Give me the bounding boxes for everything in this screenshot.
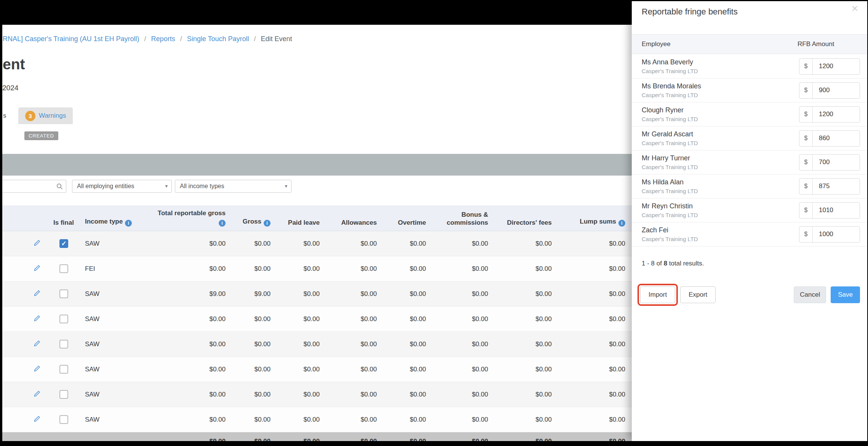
cancel-button[interactable]: Cancel [794, 286, 826, 303]
save-button[interactable]: Save [831, 286, 860, 303]
rfb-amount-group: $ [799, 58, 860, 75]
amount-cell: $0.00 [558, 407, 632, 432]
is-final-checkbox[interactable] [59, 340, 68, 348]
search-icon [56, 183, 63, 190]
edit-icon[interactable] [34, 239, 41, 248]
amount-cell: $0.00 [326, 407, 383, 432]
amount-cell: $0.00 [277, 307, 326, 332]
tab-warnings[interactable]: 3 Warnings [18, 107, 73, 124]
is-final-checkbox[interactable] [59, 365, 68, 374]
column-label: Income type [85, 218, 123, 225]
employee-company: Casper's Training LTD [642, 116, 799, 122]
rfb-amount-input[interactable] [813, 131, 860, 146]
edit-icon[interactable] [34, 264, 41, 273]
edit-icon[interactable] [34, 390, 41, 399]
import-button[interactable]: Import [640, 286, 675, 303]
employee-row: Mr Reyn ChristinCasper's Training LTD$ [632, 198, 867, 222]
export-button[interactable]: Export [680, 286, 716, 303]
info-icon[interactable]: i [264, 220, 271, 227]
column-header: Lump sumsi [558, 205, 632, 231]
employee-name: Ms Anna Beverly [642, 58, 799, 66]
employee-company: Casper's Training LTD [642, 68, 799, 74]
rfb-amount-input[interactable] [813, 83, 860, 98]
total-cell: $0.00 [558, 432, 632, 441]
info-icon[interactable]: i [618, 220, 625, 227]
employee-name: Ms Brenda Morales [642, 82, 799, 90]
edit-icon[interactable] [34, 289, 41, 299]
info-icon[interactable]: i [219, 220, 226, 227]
employee-company: Casper's Training LTD [642, 140, 799, 146]
results-suffix: total results. [667, 260, 704, 267]
employing-entities-dropdown[interactable]: All employing entities ▾ [72, 180, 172, 193]
amount-cell: $0.00 [432, 281, 495, 307]
page-subtitle-partial: 2024 [2, 84, 18, 92]
employee-name: Ms Hilda Alan [642, 178, 799, 186]
rfb-amount-input[interactable] [813, 59, 860, 74]
amount-cell: $0.00 [383, 281, 432, 307]
column-header: Overtime [383, 205, 432, 231]
is-final-checkbox[interactable] [59, 239, 68, 248]
amount-cell: $0.00 [558, 281, 632, 307]
breadcrumb-link-reports[interactable]: Reports [151, 35, 175, 43]
is-final-checkbox[interactable] [59, 264, 68, 273]
rfb-amount-input[interactable] [813, 203, 860, 218]
amount-cell: $0.00 [232, 382, 277, 407]
reportable-fringe-benefits-panel: Reportable fringe benefits × Employee RF… [632, 1, 867, 441]
edit-icon[interactable] [34, 340, 41, 349]
amount-cell: $0.00 [383, 357, 432, 382]
income-type-cell: SAW [77, 281, 154, 307]
amount-cell: $0.00 [495, 307, 558, 332]
rfb-amount-group: $ [799, 106, 860, 123]
column-header: Bonus & commissions [432, 205, 495, 231]
results-prefix: 1 - 8 of [642, 260, 664, 267]
rfb-amount-input[interactable] [813, 155, 860, 170]
breadcrumb-separator: / [254, 35, 256, 43]
rfb-amount-group: $ [799, 130, 860, 147]
total-cell: $0.00 [277, 432, 326, 441]
is-final-checkbox[interactable] [59, 390, 68, 399]
breadcrumb-link-business[interactable]: RNAL] Casper's Training (AU 1st EH Payro… [3, 35, 139, 43]
amount-cell: $0.00 [495, 231, 558, 256]
page-title-partial: ent [3, 56, 25, 73]
rfb-amount-group: $ [799, 82, 860, 99]
employee-row: Ms Anna BeverlyCasper's Training LTD$ [632, 54, 867, 78]
rfb-amount-input[interactable] [813, 107, 860, 122]
total-cell: $9.00 [232, 432, 277, 441]
edit-icon[interactable] [34, 415, 41, 424]
total-cell: $9.00 [154, 432, 232, 441]
employee-company: Casper's Training LTD [642, 164, 799, 170]
edit-icon[interactable] [34, 365, 41, 374]
info-icon[interactable]: i [125, 220, 132, 227]
currency-prefix: $ [799, 203, 813, 218]
import-highlight-ring: Import [637, 284, 678, 306]
tab-partial[interactable]: s [3, 107, 6, 124]
status-badge: CREATED [24, 131, 58, 140]
income-types-dropdown[interactable]: All income types ▾ [175, 180, 291, 193]
rfb-amount-input[interactable] [813, 227, 860, 242]
amount-cell: $0.00 [232, 256, 277, 281]
amount-cell: $0.00 [277, 382, 326, 407]
rfb-rows: Ms Anna BeverlyCasper's Training LTD$Ms … [632, 54, 867, 246]
search-input[interactable] [2, 180, 66, 193]
income-type-cell: SAW [77, 332, 154, 357]
breadcrumb-link-stp[interactable]: Single Touch Payroll [187, 35, 249, 43]
is-final-checkbox[interactable] [59, 315, 68, 323]
close-icon[interactable]: × [851, 3, 858, 14]
amount-cell: $0.00 [232, 332, 277, 357]
is-final-checkbox[interactable] [59, 415, 68, 424]
amount-cell: $9.00 [232, 281, 277, 307]
edit-icon[interactable] [34, 315, 41, 324]
amount-cell: $0.00 [558, 307, 632, 332]
employee-row: Zach FeiCasper's Training LTD$ [632, 222, 867, 246]
rfb-amount-group: $ [799, 178, 860, 195]
total-cell: $0.00 [432, 432, 495, 441]
amount-cell: $0.00 [432, 307, 495, 332]
stp-table: Is finalIncome typeiTotal reportable gro… [2, 205, 632, 441]
is-final-checkbox[interactable] [59, 289, 68, 298]
total-cell: $0.00 [383, 432, 432, 441]
rfb-amount-input[interactable] [813, 179, 860, 194]
employee-row: Ms Hilda AlanCasper's Training LTD$ [632, 174, 867, 198]
stp-table-row: SAW$0.00$0.00$0.00$0.00$0.00$0.00$0.00$0… [2, 332, 632, 357]
amount-cell: $0.00 [326, 382, 383, 407]
employee-name: Clough Ryner [642, 106, 799, 114]
